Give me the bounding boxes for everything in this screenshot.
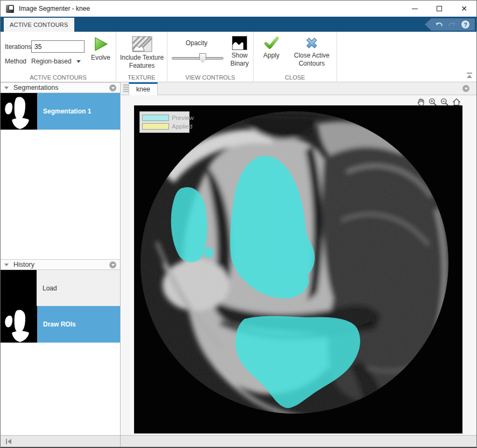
group-view-controls: Opacity Show Binary VIEW CONTROLS xyxy=(167,32,254,82)
panel-menu-icon[interactable] xyxy=(109,261,116,268)
group-active-contours: Iterations Method Region-based Evolve xyxy=(1,32,116,82)
knee-mri-image xyxy=(134,105,462,433)
knee-mri-canvas[interactable]: Preview Applied xyxy=(134,105,462,433)
method-label: Method xyxy=(5,58,31,65)
evolve-button[interactable]: Evolve xyxy=(87,36,115,62)
close-button[interactable]: ✕ xyxy=(452,1,476,17)
group-texture: Include Texture Features TEXTURE xyxy=(116,32,167,82)
check-icon xyxy=(264,36,279,50)
window-title: Image Segmenter - knee xyxy=(19,5,90,12)
section-label-close: CLOSE xyxy=(254,74,336,81)
method-value: Region-based xyxy=(31,58,72,65)
method-dropdown[interactable]: Region-based xyxy=(31,58,81,65)
minimize-icon xyxy=(412,9,418,9)
history-header[interactable]: History xyxy=(1,259,120,270)
preview-overlay-small-blob xyxy=(205,247,213,258)
include-texture-features-button[interactable]: Include Texture Features xyxy=(118,36,166,70)
document-tab-bar: knee xyxy=(121,82,477,95)
binary-image-icon xyxy=(232,36,247,50)
window-controls: ✕ xyxy=(402,1,476,17)
app-icon xyxy=(6,5,14,13)
help-icon[interactable]: ? xyxy=(461,20,469,29)
maximize-icon xyxy=(437,6,442,11)
collapse-panel-arrow-icon xyxy=(8,439,11,444)
maximize-button[interactable] xyxy=(427,1,452,17)
opacity-label: Opacity xyxy=(167,39,226,47)
close-icon: ✕ xyxy=(461,5,467,12)
segmentation-list-item[interactable]: Segmentation 1 xyxy=(1,93,120,130)
section-label-active-contours: ACTIVE CONTOURS xyxy=(1,74,116,81)
collapse-ribbon-button[interactable] xyxy=(466,73,473,79)
section-label-view-controls: VIEW CONTROLS xyxy=(167,74,253,81)
quick-access-toolbar: ? xyxy=(425,18,475,31)
collapse-ribbon-bar xyxy=(467,73,472,74)
undo-icon[interactable] xyxy=(434,21,443,29)
left-panel: Segmentations Segmentation 1 History Loa… xyxy=(1,82,121,435)
app-window: Image Segmenter - knee ✕ ACTIVE CONTOURS… xyxy=(0,0,477,448)
close-x-icon xyxy=(304,36,319,50)
apply-button[interactable]: Apply xyxy=(256,36,287,60)
history-item-draw-rois[interactable]: Draw ROIs xyxy=(1,306,120,343)
legend-row-applied: Applied xyxy=(142,122,187,131)
preview-swatch xyxy=(142,115,169,121)
ribbon-tab-strip: ACTIVE CONTOURS ? xyxy=(1,17,476,32)
preview-label: Preview xyxy=(172,115,194,121)
history-item-load[interactable]: Load xyxy=(1,270,120,306)
segmentation-thumbnail xyxy=(1,93,37,130)
iterations-label: Iterations xyxy=(5,43,31,51)
legend-row-preview: Preview xyxy=(142,113,187,122)
group-close: Apply Close Active Contours CLOSE xyxy=(254,32,337,82)
chevron-down-icon xyxy=(76,60,81,63)
collapse-panel-icon xyxy=(6,439,7,444)
redo-icon[interactable] xyxy=(448,21,457,29)
section-label-texture: TEXTURE xyxy=(116,74,167,81)
tab-knee[interactable]: knee xyxy=(129,82,158,95)
applied-label: Applied xyxy=(172,123,192,130)
texture-icon xyxy=(132,36,152,52)
draw-rois-thumbnail xyxy=(1,306,37,343)
opacity-slider-thumb[interactable] xyxy=(199,53,206,63)
status-bar xyxy=(121,435,476,447)
opacity-slider[interactable] xyxy=(172,53,223,63)
load-thumbnail xyxy=(1,270,37,306)
title-bar: Image Segmenter - knee ✕ xyxy=(1,1,476,17)
segmentations-title: Segmentations xyxy=(13,84,109,91)
tab-active-contours[interactable]: ACTIVE CONTOURS xyxy=(4,18,74,32)
collapse-ribbon-triangle-icon xyxy=(467,75,472,78)
minimize-button[interactable] xyxy=(402,1,427,17)
iterations-input[interactable] xyxy=(31,40,85,53)
bottom-bar xyxy=(1,435,476,447)
slider-track xyxy=(172,57,223,60)
panel-menu-icon[interactable] xyxy=(109,84,116,91)
collapse-triangle-icon[interactable] xyxy=(4,87,9,89)
close-active-contours-button[interactable]: Close Active Contours xyxy=(287,36,336,68)
segmentations-empty-area xyxy=(1,130,120,259)
applied-swatch xyxy=(142,123,169,130)
segmentations-header[interactable]: Segmentations xyxy=(1,82,120,93)
ribbon-toolbar: Iterations Method Region-based Evolve xyxy=(1,32,476,82)
play-icon xyxy=(93,36,109,52)
document-area: knee xyxy=(121,82,477,435)
show-binary-button[interactable]: Show Binary xyxy=(227,36,252,68)
history-title: History xyxy=(13,261,109,268)
document-menu-icon[interactable] xyxy=(462,85,469,92)
overlay-legend: Preview Applied xyxy=(139,111,190,133)
collapse-triangle-icon[interactable] xyxy=(4,264,9,266)
collapse-left-panel-button[interactable] xyxy=(1,435,121,447)
